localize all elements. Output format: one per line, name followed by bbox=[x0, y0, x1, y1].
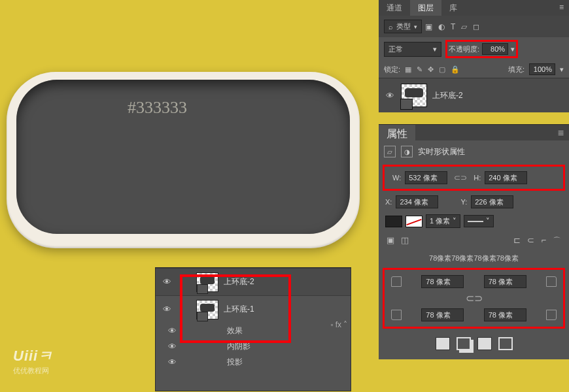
watermark-logo: Uiiiㅋ bbox=[13, 346, 53, 366]
fill-color-swatch[interactable] bbox=[385, 216, 402, 227]
pathfinder-unite-icon[interactable] bbox=[436, 337, 450, 350]
tab-layers[interactable]: 图层 bbox=[410, 0, 441, 16]
lock-transparent-icon[interactable]: ▦ bbox=[405, 65, 411, 74]
drop-shadow-label: 投影 bbox=[227, 357, 243, 368]
lock-paint-icon[interactable]: ✎ bbox=[417, 65, 422, 74]
link-corners-icon[interactable]: ⊂⊃ bbox=[387, 289, 560, 307]
filter-adjust-icon[interactable]: ◐ bbox=[438, 22, 445, 31]
chevron-down-icon[interactable]: ▾ bbox=[511, 45, 515, 54]
pathfinder-intersect-icon[interactable] bbox=[477, 337, 492, 350]
corner-bl-input[interactable] bbox=[421, 308, 464, 321]
lock-all-icon[interactable]: 🔒 bbox=[451, 65, 460, 74]
w-label: W: bbox=[392, 174, 401, 182]
tab-channels[interactable]: 通道 bbox=[379, 0, 410, 16]
corner-bl-icon[interactable] bbox=[391, 310, 402, 320]
layer-row-2[interactable]: 👁 上环底-1 ▫fx˄ bbox=[156, 295, 351, 323]
filter-smart-icon[interactable]: ◻ bbox=[473, 22, 479, 31]
blend-row: 正常 ▾ 不透明度: 80% ▾ bbox=[379, 37, 569, 61]
lock-artboard-icon[interactable]: ▢ bbox=[439, 65, 445, 74]
inner-shadow-label: 内阴影 bbox=[227, 341, 250, 352]
x-input[interactable] bbox=[396, 195, 438, 208]
search-icon: ⌕ bbox=[388, 23, 393, 31]
layer-name: 上环底-2 bbox=[432, 90, 463, 101]
filter-row: ⌕ 类型 ▾ ▣ ◐ T ▱ ◻ bbox=[379, 16, 569, 37]
align-center-icon[interactable]: ◫ bbox=[401, 235, 409, 247]
layer-row-1[interactable]: 👁 上环底-2 bbox=[156, 268, 351, 295]
corner-tl-icon[interactable] bbox=[391, 276, 402, 287]
line-sample-icon bbox=[468, 221, 483, 222]
chevron-down-icon: ▾ bbox=[433, 45, 437, 54]
selected-layer[interactable]: 👁 上环底-2 bbox=[379, 78, 569, 112]
fill-value[interactable]: 100% bbox=[529, 63, 555, 75]
drop-shadow-row[interactable]: 👁投影 bbox=[156, 354, 351, 370]
layers-mini-panel: 👁 上环底-2 👁 上环底-1 ▫fx˄ 👁效果 👁内阴影 👁投影 bbox=[155, 267, 351, 391]
width-input[interactable] bbox=[405, 171, 447, 184]
filter-type-dropdown[interactable]: ⌕ 类型 ▾ bbox=[384, 20, 422, 33]
pathfinder-row bbox=[379, 331, 569, 359]
corner-br-icon[interactable] bbox=[546, 310, 557, 320]
lock-move-icon[interactable]: ✥ bbox=[428, 65, 434, 74]
link-wh-icon[interactable]: ⊂⊃ bbox=[451, 173, 470, 182]
tab-properties[interactable]: 属性 bbox=[379, 125, 415, 140]
corner-tr-icon[interactable] bbox=[546, 276, 557, 287]
blend-mode-dropdown[interactable]: 正常 ▾ bbox=[384, 42, 441, 57]
align-inside-icon[interactable]: ▣ bbox=[387, 235, 394, 247]
inner-shadow-row[interactable]: 👁内阴影 bbox=[156, 338, 351, 354]
height-input[interactable] bbox=[485, 171, 527, 184]
visibility-icon[interactable]: 👁 bbox=[161, 304, 173, 314]
pathfinder-exclude-icon[interactable] bbox=[498, 337, 513, 350]
properties-title: 实时形状属性 bbox=[418, 146, 465, 157]
layer-thumb[interactable] bbox=[196, 272, 218, 292]
shape-icon: ▱ bbox=[384, 146, 396, 157]
layer-name: 上环底-1 bbox=[224, 304, 254, 315]
cap-round-icon[interactable]: ⊂ bbox=[527, 235, 534, 247]
blend-mode-value: 正常 bbox=[388, 44, 403, 54]
lock-label: 锁定: bbox=[384, 65, 400, 74]
panel-menu-icon[interactable]: ≡ bbox=[553, 125, 569, 140]
fill-label: 填充: bbox=[508, 65, 525, 74]
properties-header: ▱ ◑ 实时形状属性 bbox=[379, 140, 569, 163]
y-input[interactable] bbox=[471, 195, 513, 208]
panel-menu-icon[interactable]: ≡ bbox=[554, 0, 569, 16]
layer-thumbnail[interactable] bbox=[401, 84, 427, 107]
highlight-wh: W: ⊂⊃ H: bbox=[383, 165, 565, 191]
chevron-down-icon: ▾ bbox=[414, 24, 417, 30]
corner-br-input[interactable] bbox=[484, 308, 526, 321]
hex-code-label: #333333 bbox=[128, 98, 187, 118]
panel-tabs: 通道 图层 库 ≡ bbox=[379, 0, 569, 16]
chevron-down-icon[interactable]: ▾ bbox=[560, 65, 564, 74]
layer-thumb[interactable] bbox=[196, 300, 218, 319]
effects-row[interactable]: 👁效果 bbox=[156, 323, 351, 338]
h-label: H: bbox=[474, 174, 481, 182]
highlight-corners: ⊂⊃ bbox=[383, 268, 565, 329]
y-label: Y: bbox=[460, 198, 467, 206]
stroke-style-dropdown[interactable]: ˅ bbox=[464, 215, 494, 227]
opacity-value[interactable]: 80% bbox=[482, 43, 508, 55]
opacity-label: 不透明度: bbox=[449, 44, 479, 54]
filter-image-icon[interactable]: ▣ bbox=[425, 22, 432, 31]
filter-shape-icon[interactable]: ▱ bbox=[461, 22, 467, 31]
stroke-width-value: 1 像素 bbox=[430, 216, 450, 226]
chevron-down-icon: ˅ bbox=[453, 217, 457, 225]
visibility-icon[interactable]: 👁 bbox=[384, 91, 396, 101]
properties-panel: 属性 ≡ ▱ ◑ 实时形状属性 W: ⊂⊃ H: X: Y: 1 像素 ˅ ˅ … bbox=[379, 124, 569, 359]
tab-libraries[interactable]: 库 bbox=[441, 0, 465, 16]
stroke-color-swatch[interactable] bbox=[405, 216, 422, 227]
watermark-subtitle: 优优教程网 bbox=[13, 366, 49, 376]
stroke-align-row: ▣ ◫ ⊏ ⊂ ⌐ ⌒ bbox=[379, 231, 569, 251]
corner-tl-input[interactable] bbox=[421, 275, 464, 288]
x-label: X: bbox=[385, 198, 392, 206]
mask-icon: ◑ bbox=[401, 146, 413, 157]
cap-butt-icon[interactable]: ⊏ bbox=[513, 235, 521, 247]
effects-label: 效果 bbox=[227, 325, 243, 336]
join-round-icon[interactable]: ⌒ bbox=[553, 235, 561, 247]
pathfinder-subtract-icon[interactable] bbox=[457, 337, 471, 350]
filter-type-icon[interactable]: T bbox=[451, 22, 455, 31]
layers-panel: 通道 图层 库 ≡ ⌕ 类型 ▾ ▣ ◐ T ▱ ◻ 正常 ▾ 不透明度: 80… bbox=[379, 0, 569, 112]
visibility-icon[interactable]: 👁 bbox=[161, 277, 173, 287]
filter-label: 类型 bbox=[396, 22, 411, 31]
corner-tr-input[interactable] bbox=[484, 275, 526, 288]
join-miter-icon[interactable]: ⌐ bbox=[541, 235, 546, 247]
stroke-width-dropdown[interactable]: 1 像素 ˅ bbox=[426, 214, 460, 228]
fx-icons[interactable]: ▫fx˄ bbox=[330, 320, 347, 329]
